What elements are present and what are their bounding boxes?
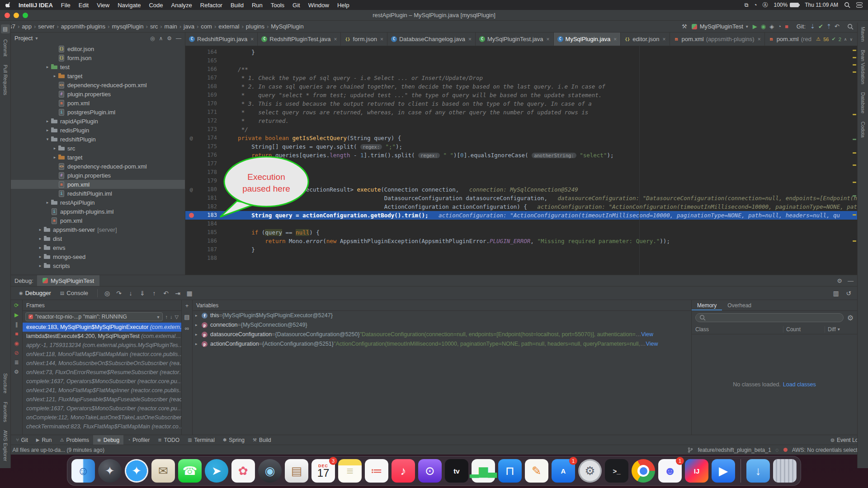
project-tree-item[interactable]: ▸appsmith-server[server]: [11, 225, 185, 234]
dock-app-intellij-idea[interactable]: IJ: [685, 459, 708, 483]
dock-app-telegram[interactable]: ➤: [205, 459, 228, 483]
stripe-label-aws-explorer[interactable]: AWS Explorer: [3, 426, 8, 465]
warnings-count[interactable]: 56: [823, 37, 829, 42]
watches-layout-icon[interactable]: ▤: [184, 314, 189, 320]
stripe-label-pull-requests[interactable]: Pull Requests: [3, 61, 8, 99]
stripe-label-structure[interactable]: Structure: [3, 369, 8, 398]
chevron-icon[interactable]: ▸: [44, 119, 51, 123]
code-line[interactable]: 172 * returned.: [185, 117, 857, 125]
frames-filter-icon[interactable]: ▽: [175, 314, 179, 320]
step-out-icon[interactable]: ↑: [149, 288, 159, 298]
project-tree-item[interactable]: ▸envs: [11, 243, 185, 252]
variable-row[interactable]: ▸pdatasourceConfiguration = {DatasourceC…: [193, 330, 691, 339]
editor-tab[interactable]: mpom.xml(appsmith-plugins)×: [670, 33, 765, 46]
chevron-down-icon[interactable]: ▾: [35, 36, 38, 41]
dock-app-podcasts[interactable]: ⊙: [418, 459, 442, 483]
code-line[interactable]: @174 private boolean getIsSelectQuery(St…: [185, 134, 857, 142]
chevron-icon[interactable]: ▸: [52, 74, 58, 78]
rerun-debug-icon[interactable]: ⟳: [14, 303, 19, 308]
project-tree-item[interactable]: ▸mongo-seed: [11, 252, 185, 261]
battery-indicator[interactable]: 100%: [774, 2, 799, 8]
debugger-tab-debugger[interactable]: ◉Debugger: [14, 286, 56, 300]
project-tree-item[interactable]: #plugin.properties: [11, 89, 185, 99]
menu-navigate[interactable]: Navigate: [113, 2, 145, 9]
breadcrumb-item[interactable]: com: [199, 23, 213, 30]
stack-frame[interactable]: onComplete:112, MonoTakeLastOne$TakeLast…: [23, 413, 181, 422]
column-count[interactable]: Count: [783, 326, 825, 333]
project-tree-item[interactable]: {}form.json: [11, 53, 185, 62]
project-tree-item[interactable]: ▸redisPlugin: [11, 126, 185, 135]
chevron-icon[interactable]: ▸: [52, 146, 58, 150]
menu-refactor[interactable]: Refactor: [196, 2, 226, 9]
dock-app-tv[interactable]: tv: [445, 459, 468, 483]
collapse-all-icon[interactable]: ∧: [159, 35, 163, 42]
dock-app-launchpad[interactable]: ✦: [98, 459, 122, 483]
maximize-window-button[interactable]: [23, 13, 28, 18]
resume-icon[interactable]: ▶: [14, 312, 19, 318]
stop-icon[interactable]: ■: [15, 331, 18, 337]
column-class[interactable]: Class: [692, 326, 783, 333]
project-tree-item[interactable]: ▸scripts: [11, 261, 185, 270]
ok-count[interactable]: 2: [839, 37, 841, 42]
editor-tab[interactable]: CRedshiftPlugin.java×: [185, 33, 258, 46]
annotation-gutter-icon[interactable]: @: [190, 134, 193, 142]
hide-panel-icon[interactable]: —: [848, 277, 854, 284]
toolwindow-button-run[interactable]: ▶Run: [32, 435, 56, 445]
git-rollback-icon[interactable]: ↶: [835, 23, 840, 30]
close-tab-icon[interactable]: ×: [380, 36, 383, 42]
view-breakpoints-icon[interactable]: ◉: [14, 341, 19, 346]
breadcrumb-item[interactable]: appsmith-plugins: [60, 23, 107, 30]
editor-tab[interactable]: CDatabaseChangelog.java×: [387, 33, 476, 46]
dock-app-facetime[interactable]: ☎: [178, 459, 202, 483]
menu-analyze[interactable]: Analyze: [167, 2, 196, 9]
aws-status[interactable]: AWS: No credentials selected: [792, 447, 863, 453]
chevron-icon[interactable]: ▸: [195, 311, 202, 320]
view-link[interactable]: View: [646, 339, 658, 349]
menu-view[interactable]: View: [93, 2, 113, 9]
editor-tab[interactable]: CMySqlPlugin.java×: [554, 33, 621, 46]
breadcrumb-item[interactable]: plugins: [245, 23, 266, 30]
git-push-icon[interactable]: ⇡: [826, 23, 831, 30]
stripe-mark[interactable]: [853, 139, 856, 140]
build-project-icon[interactable]: ⚒: [682, 23, 687, 29]
code-line[interactable]: 185 if (query == null) {: [185, 228, 857, 237]
chevron-icon[interactable]: ▸: [37, 236, 43, 241]
dock-app-trash[interactable]: [773, 459, 797, 483]
project-tree-item[interactable]: ▸target: [11, 153, 185, 162]
restore-layout-icon[interactable]: ↺: [844, 288, 854, 298]
apple-menu-icon[interactable]: [5, 2, 12, 8]
code-line[interactable]: 175 String[] queries = query.split( rege…: [185, 142, 857, 151]
column-diff[interactable]: Diff▾: [825, 326, 857, 333]
project-tree-item[interactable]: ▸restApiPlugin: [11, 198, 185, 207]
stripe-mark[interactable]: [853, 195, 856, 197]
git-branch-name[interactable]: feature/redshift_plugin_beta_1: [698, 447, 771, 453]
project-tree-item[interactable]: {}editor.json: [11, 44, 185, 53]
stripe-mark[interactable]: [853, 240, 856, 242]
thread-dropdown[interactable]: ✓ "reactor-tcp-nio-...p "main": RUNNING …: [25, 312, 163, 321]
code-line[interactable]: 168 * 2. In case sql queries are chained…: [185, 82, 857, 91]
project-tree-item[interactable]: mpom.xml: [11, 216, 185, 225]
annotation-gutter-icon[interactable]: @: [190, 185, 193, 194]
toolwindow-button-todo[interactable]: ≣TODO: [154, 435, 184, 445]
project-tree-item[interactable]: ▸src: [11, 144, 185, 153]
memory-search-input[interactable]: [695, 313, 844, 322]
code-line[interactable]: 164 }: [185, 48, 857, 56]
project-tree-item[interactable]: iappsmith-plugins.iml: [11, 207, 185, 216]
search-everywhere-icon[interactable]: [847, 23, 854, 30]
dock-app-notes[interactable]: ≡: [338, 459, 362, 483]
stripe-mark[interactable]: [853, 114, 856, 115]
pause-icon[interactable]: ∥: [15, 322, 18, 327]
add-watch-icon[interactable]: +: [185, 302, 189, 309]
spotlight-icon[interactable]: [844, 2, 850, 8]
stats-icon[interactable]: ◔: [754, 2, 757, 8]
run-to-cursor-icon[interactable]: ⇥: [173, 288, 183, 298]
chevron-icon[interactable]: ▸: [195, 330, 202, 339]
frames-down-icon[interactable]: ↓: [170, 314, 173, 320]
project-stripe-button[interactable]: ▤: [1, 24, 10, 33]
mute-breakpoints-icon[interactable]: ⊘: [14, 350, 19, 356]
project-tree-item[interactable]: ▸rapidApiPlugin: [11, 117, 185, 126]
dock-app-chrome[interactable]: [632, 459, 655, 483]
menu-tools[interactable]: Tools: [267, 2, 288, 9]
display-icon[interactable]: ⧉: [745, 2, 749, 8]
code-line[interactable]: 167 * 1. Check the type of sql query - i…: [185, 74, 857, 82]
